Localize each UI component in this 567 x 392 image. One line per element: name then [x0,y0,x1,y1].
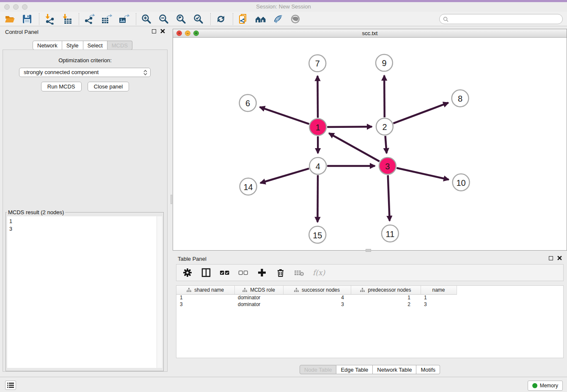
horizontal-splitter-grip[interactable] [366,249,371,252]
run-mcds-button[interactable]: Run MCDS [41,82,82,91]
close-panel-icon[interactable] [557,256,562,260]
memory-label: Memory [540,383,558,389]
tab-edge-table[interactable]: Edge Table [336,365,373,374]
column-header-predecessor-nodes[interactable]: predecessor nodes [351,286,421,294]
table-cell[interactable]: dominator [234,301,283,308]
splitter-grip[interactable] [171,195,172,204]
function-builder-icon: f(x) [313,268,325,277]
graph-edge-4-14[interactable] [260,168,309,183]
graph-node-label: 10 [456,178,465,188]
table-settings-icon[interactable] [182,268,193,278]
network-title: scc.txt [173,30,567,36]
column-type-icon [242,288,247,292]
column-header-shared-name[interactable]: shared name [176,286,234,294]
export-table-icon[interactable] [100,13,113,25]
deselect-all-icon[interactable] [238,268,248,278]
node-table: shared nameMCDS rolesuccessor nodesprede… [176,285,564,358]
network-canvas[interactable]: 7968124314101511 [173,38,567,250]
float-panel-icon[interactable] [152,29,156,33]
graph-edge-2-8[interactable] [393,103,448,124]
save-session-icon[interactable] [21,13,33,25]
show-graphics-details-icon[interactable] [272,13,284,25]
graph-edge-1-2[interactable] [327,127,372,127]
first-neighbors-icon[interactable] [254,13,267,25]
toggle-panel-icon[interactable] [201,268,211,278]
search-box[interactable] [439,14,563,24]
task-history-button[interactable] [5,381,16,390]
table-cell[interactable]: 1 [351,294,421,301]
clone-network-icon[interactable] [237,13,250,25]
tab-network-table[interactable]: Network Table [373,365,416,374]
column-header-name[interactable]: name [421,286,457,294]
graph-edge-2-3[interactable] [385,136,387,153]
export-network-icon[interactable] [83,13,96,25]
network-graph[interactable]: 7968124314101511 [173,38,567,250]
select-all-icon[interactable] [220,268,230,278]
close-panel-icon[interactable] [160,29,165,33]
table-cell[interactable]: 1 [176,294,234,301]
tab-network[interactable]: Network [33,41,62,50]
graph-node-label: 6 [245,99,250,108]
toolbar-separator [210,13,211,25]
table-cell[interactable]: 1 [421,294,457,301]
graph-edge-1-7[interactable] [317,76,318,118]
table-row[interactable]: 1dominator411 [176,294,457,301]
tab-style[interactable]: Style [62,41,83,50]
toolbar-separator [136,13,136,25]
import-network-icon[interactable] [43,13,56,25]
mcds-result-group: MCDS result (2 nodes) 1 3 [6,209,164,371]
graph-node-label: 3 [385,162,390,171]
graph-node-label: 9 [382,58,386,68]
graph-node-label: 15 [313,231,322,240]
table-cell[interactable]: 2 [351,301,421,308]
table-panel: Table Panel f(x) shared nameMCDS role [173,253,567,377]
close-panel-button[interactable]: Close panel [88,82,129,91]
table-cell[interactable]: 3 [283,301,351,308]
table-row[interactable]: 3dominator323 [176,301,457,308]
zoom-fit-icon[interactable] [175,13,187,25]
graph-edge-2-9[interactable] [384,75,385,117]
import-table-icon[interactable] [61,13,73,25]
birds-eye-view-icon[interactable] [289,13,302,25]
toolbar-separator [233,13,233,25]
tab-mcds[interactable]: MCDS [107,41,132,50]
window-title: Session: New Session [0,3,567,10]
result-scrollbar[interactable] [157,216,162,368]
export-image-icon[interactable] [118,13,130,25]
open-session-icon[interactable] [3,13,16,25]
result-line: 3 [9,225,160,233]
add-column-icon[interactable] [257,268,267,278]
tab-motifs[interactable]: Motifs [416,365,440,374]
zoom-selected-icon[interactable] [192,13,205,25]
graph-node-label: 7 [315,59,320,68]
apply-layout-icon[interactable] [215,13,227,25]
zoom-out-icon[interactable] [157,13,170,25]
network-titlebar[interactable]: ✕ − + scc.txt [173,29,567,38]
zoom-in-icon[interactable] [140,13,153,25]
optimization-criterion-label: Optimization criterion: [3,57,167,63]
criterion-select[interactable]: strongly connected component [19,68,151,77]
column-header-successor-nodes[interactable]: successor nodes [283,286,351,294]
delete-icon[interactable] [275,268,286,278]
table-cell[interactable]: 4 [283,294,351,301]
mcds-panel: Optimization criterion: strongly connect… [3,50,168,372]
graph-edge-4-15[interactable] [317,175,318,222]
memory-status-icon [532,383,537,388]
memory-button[interactable]: Memory [528,381,563,391]
graph-edge-3-11[interactable] [388,175,390,221]
stepper-arrows-icon [143,69,148,76]
column-header-MCDS-role[interactable]: MCDS role [234,286,283,294]
table-cell[interactable]: 3 [421,301,457,308]
tab-node-table[interactable]: Node Table [300,365,337,374]
column-type-icon [360,288,365,292]
table-cell[interactable]: dominator [234,294,283,301]
graph-edge-3-10[interactable] [396,168,449,180]
mcds-result-text[interactable]: 1 3 [7,216,162,368]
search-input[interactable] [450,15,562,23]
graph-node-label: 1 [316,123,320,132]
graph-edge-3-1[interactable] [329,133,379,162]
float-panel-icon[interactable] [549,256,553,260]
tab-select[interactable]: Select [83,41,107,50]
graph-edge-1-6[interactable] [260,107,309,124]
table-cell[interactable]: 3 [176,301,234,308]
